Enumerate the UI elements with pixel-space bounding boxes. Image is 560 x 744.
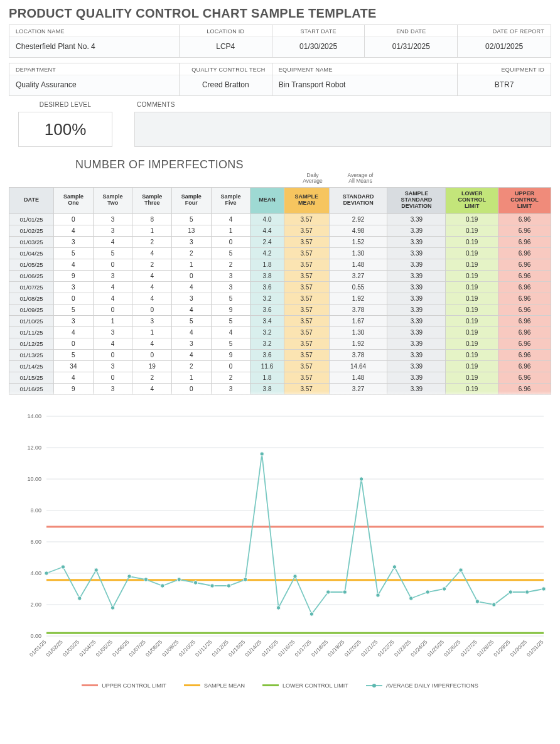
- svg-text:01/15/25: 01/15/25: [261, 639, 280, 658]
- col-11: UPPERCONTROLLIMIT: [498, 187, 551, 213]
- svg-text:01/17/25: 01/17/25: [293, 639, 313, 658]
- svg-point-32: [260, 451, 264, 455]
- cell: 0: [54, 213, 94, 225]
- cell: 6.96: [498, 338, 551, 349]
- cell: 2.4: [250, 236, 284, 247]
- svg-text:01/19/25: 01/19/25: [326, 639, 346, 658]
- cell: 4: [132, 247, 172, 259]
- cell: 5: [93, 247, 132, 259]
- cell: 3.39: [387, 270, 446, 281]
- cell: 6.96: [498, 349, 551, 360]
- cell: 6.96: [498, 247, 551, 259]
- cell: 01/04/25: [9, 247, 54, 259]
- col-8: STANDARDDEVIATION: [329, 187, 387, 213]
- desired-level-value: 100%: [18, 112, 112, 147]
- cell: 3.57: [284, 304, 329, 315]
- cell: 01/08/25: [9, 293, 54, 304]
- annotation-row: Daily Average Average of All Means: [13, 173, 551, 185]
- cell: 3.6: [250, 281, 284, 293]
- cell: 5: [172, 213, 212, 225]
- svg-text:01/04/25: 01/04/25: [78, 639, 97, 658]
- cell: 6.96: [498, 270, 551, 281]
- cell: 3: [93, 225, 132, 236]
- svg-text:01/20/25: 01/20/25: [343, 639, 363, 658]
- cell: 4: [172, 349, 212, 360]
- table-row: 01/12/25044353.23.571.923.390.196.96: [9, 338, 551, 349]
- header-block-2: DEPARTMENT Quality Assurance QUALITY CON…: [9, 63, 551, 96]
- col-1: SampleOne: [54, 187, 94, 213]
- cell: 9: [211, 349, 250, 360]
- cell: 2.92: [329, 213, 387, 225]
- cell: 6.96: [498, 360, 551, 372]
- cell: 3.39: [387, 213, 446, 225]
- svg-text:01/26/25: 01/26/25: [443, 639, 462, 658]
- svg-text:01/05/25: 01/05/25: [95, 639, 114, 658]
- cell: 01/10/25: [9, 315, 54, 326]
- cell: 3.57: [284, 270, 329, 281]
- cell: 1: [211, 225, 250, 236]
- cell: 4.98: [329, 225, 387, 236]
- cell: 3: [54, 281, 94, 293]
- svg-text:01/22/25: 01/22/25: [376, 639, 396, 658]
- svg-point-46: [492, 602, 496, 606]
- svg-point-29: [210, 583, 214, 587]
- cell: 3.57: [284, 338, 329, 349]
- svg-text:01/06/25: 01/06/25: [111, 639, 131, 658]
- end-date-value: 01/31/2025: [365, 36, 457, 57]
- comments-box[interactable]: [134, 112, 551, 147]
- svg-text:01/28/25: 01/28/25: [476, 639, 495, 658]
- cell: 3.57: [284, 360, 329, 372]
- cell: 3: [54, 315, 94, 326]
- cell: 0.19: [446, 281, 498, 293]
- svg-point-27: [177, 577, 181, 581]
- cell: 3.6: [250, 349, 284, 360]
- cell: 2: [211, 372, 250, 383]
- col-6: MEAN: [250, 187, 284, 213]
- cell: 0.19: [446, 213, 498, 225]
- table-row: 01/10/25313553.43.571.673.390.196.96: [9, 315, 551, 326]
- cell: 5: [54, 247, 94, 259]
- cell: 3.57: [284, 372, 329, 383]
- cell: 0.55: [329, 281, 387, 293]
- svg-text:01/31/25: 01/31/25: [525, 639, 545, 658]
- cell: 3.57: [284, 213, 329, 225]
- cell: 0.19: [446, 304, 498, 315]
- cell: 3.57: [284, 326, 329, 338]
- cell: 5: [54, 304, 94, 315]
- cell: 3.2: [250, 293, 284, 304]
- cell: 9: [211, 304, 250, 315]
- svg-point-34: [293, 574, 297, 578]
- equip-id-label: EQUIPMENT ID: [458, 63, 551, 75]
- equip-name-value: Bin Transport Robot: [272, 75, 458, 95]
- svg-point-28: [193, 580, 197, 584]
- svg-point-47: [509, 590, 512, 593]
- cell: 4: [132, 338, 172, 349]
- svg-text:12.00: 12.00: [27, 445, 41, 451]
- svg-text:01/16/25: 01/16/25: [277, 639, 296, 658]
- cell: 1: [172, 259, 212, 270]
- svg-point-24: [127, 574, 131, 578]
- desired-level-label: DESIRED LEVEL: [9, 101, 122, 112]
- imperfections-title: NUMBER OF IMPERFECTIONS: [13, 158, 244, 171]
- cell: 1: [93, 315, 132, 326]
- qctech-label: QUALITY CONTROL TECH: [180, 63, 272, 75]
- col-5: SampleFive: [211, 187, 250, 213]
- cell: 0.19: [446, 247, 498, 259]
- cell: 4: [54, 326, 94, 338]
- cell: 3: [172, 236, 212, 247]
- svg-point-43: [442, 586, 446, 590]
- cell: 0.19: [446, 315, 498, 326]
- page-title: PRODUCT QUALITY CONTROL CHART SAMPLE TEM…: [9, 6, 551, 21]
- cell: 4.4: [250, 225, 284, 236]
- cell: 4.2: [250, 247, 284, 259]
- header-block-1: LOCATION NAME Chesterfield Plant No. 4 L…: [9, 24, 551, 58]
- cell: 1.8: [250, 372, 284, 383]
- svg-point-38: [359, 477, 363, 480]
- cell: 0: [132, 349, 172, 360]
- svg-point-42: [426, 590, 429, 593]
- svg-text:01/30/25: 01/30/25: [509, 639, 529, 658]
- cell: 3: [93, 213, 132, 225]
- cell: 1.92: [329, 293, 387, 304]
- cell: 1: [132, 326, 172, 338]
- comments-label: COMMENTS: [134, 101, 551, 112]
